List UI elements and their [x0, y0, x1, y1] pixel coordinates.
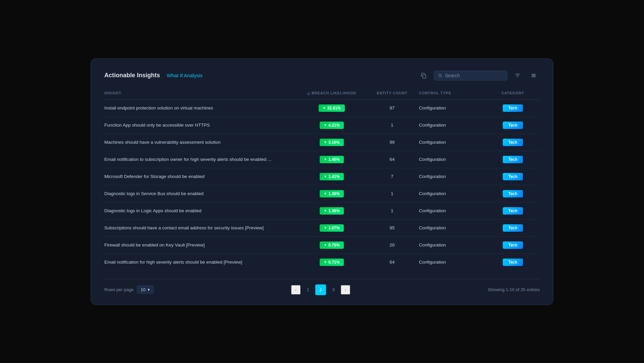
copy-button[interactable] [418, 70, 430, 82]
row-category: Tech [486, 156, 540, 163]
row-control: Configuration [419, 191, 486, 196]
category-badge: Tech [503, 241, 523, 249]
row-entity: 97 [365, 105, 419, 110]
row-entity: 1 [365, 123, 419, 128]
likelihood-badge: 1.41% [320, 173, 344, 180]
row-entity: 7 [365, 174, 419, 179]
likelihood-badge: 1.45% [320, 156, 344, 163]
table-row[interactable]: Diagnostic logs in Logic Apps should be … [104, 202, 540, 220]
header-left: Actionable Insights What If Analysis [104, 72, 203, 79]
next-page-button[interactable]: › [341, 285, 350, 294]
table-row[interactable]: Function App should only be accessible o… [104, 117, 540, 134]
table-row[interactable]: Diagnostic logs in Service Bus should be… [104, 185, 540, 202]
likelihood-badge: 0.71% [320, 259, 344, 266]
row-insight: Email notification to subscription owner… [104, 157, 298, 162]
search-box [434, 71, 507, 81]
search-input[interactable] [445, 73, 503, 78]
page-3-button[interactable]: 3 [328, 284, 339, 295]
row-entity: 64 [365, 260, 419, 265]
row-insight: Firewall should be enabled on Key Vault … [104, 242, 298, 247]
showing-text: Showing 1-10 of 25 entries [488, 287, 540, 292]
rows-select-value: 10 [141, 287, 145, 292]
table-row[interactable]: Install endpoint protection solution on … [104, 100, 540, 117]
row-likelihood: 0.71% [298, 259, 365, 266]
search-icon [438, 73, 442, 78]
row-insight: Microsoft Defender for Storage should be… [104, 174, 298, 179]
row-category: Tech [486, 207, 540, 215]
row-insight: Function App should only be accessible o… [104, 123, 298, 128]
table-row[interactable]: Machines should have a vulnerability ass… [104, 134, 540, 151]
page-2-button[interactable]: 2 [315, 284, 326, 295]
row-likelihood: 3.16% [298, 139, 365, 146]
row-category: Tech [486, 173, 540, 180]
svg-point-3 [534, 75, 535, 76]
row-insight: Email notification for high severity ale… [104, 260, 298, 265]
svg-point-4 [532, 76, 533, 77]
rows-per-page: Rows per page 10 ▾ [104, 285, 154, 294]
row-category: Tech [486, 122, 540, 129]
svg-point-2 [532, 74, 533, 75]
category-badge: Tech [503, 190, 523, 197]
row-category: Tech [486, 104, 540, 112]
row-likelihood: 0.75% [298, 241, 365, 249]
row-likelihood: 4.21% [298, 122, 365, 129]
row-control: Configuration [419, 140, 486, 145]
row-control: Configuration [419, 157, 486, 162]
pagination: ‹ 1 2 3 › [291, 284, 350, 295]
settings-icon [531, 73, 537, 79]
likelihood-badge: 3.16% [320, 139, 344, 146]
row-insight: Install endpoint protection solution on … [104, 105, 298, 110]
row-control: Configuration [419, 123, 486, 128]
likelihood-badge: 4.21% [320, 122, 344, 129]
row-entity: 99 [365, 140, 419, 145]
row-likelihood: 32.81% [298, 104, 365, 112]
col-category: CATEGORY [486, 91, 540, 95]
header-right [418, 70, 540, 82]
page-1-button[interactable]: 1 [303, 284, 313, 295]
row-control: Configuration [419, 225, 486, 230]
row-entity: 20 [365, 242, 419, 247]
likelihood-badge: 0.75% [320, 241, 344, 249]
table: INSIGHT △ BREACH LIKELIHOOD ENTITY COUNT… [104, 91, 540, 271]
likelihood-badge: 1.36% [320, 207, 344, 215]
row-entity: 1 [365, 191, 419, 196]
footer: Rows per page 10 ▾ ‹ 1 2 3 › Showing 1-1… [104, 279, 540, 295]
table-row[interactable]: Email notification to subscription owner… [104, 151, 540, 168]
row-category: Tech [486, 241, 540, 249]
table-row[interactable]: Microsoft Defender for Storage should be… [104, 168, 540, 185]
col-insight: INSIGHT [104, 91, 298, 95]
rows-per-page-label: Rows per page [104, 287, 133, 292]
row-insight: Diagnostic logs in Logic Apps should be … [104, 208, 298, 213]
category-badge: Tech [503, 156, 523, 163]
category-badge: Tech [503, 173, 523, 180]
category-badge: Tech [503, 122, 523, 129]
filter-button[interactable] [512, 70, 524, 82]
page-title: Actionable Insights [104, 72, 160, 79]
row-category: Tech [486, 259, 540, 266]
row-likelihood: 1.36% [298, 190, 365, 197]
what-if-link[interactable]: What If Analysis [167, 73, 203, 78]
table-row[interactable]: Subscriptions should have a contact emai… [104, 220, 540, 237]
rows-select[interactable]: 10 ▾ [137, 285, 153, 294]
category-badge: Tech [503, 104, 523, 112]
col-likelihood: △ BREACH LIKELIHOOD [298, 91, 365, 95]
row-entity: 95 [365, 225, 419, 230]
category-badge: Tech [503, 224, 523, 232]
row-entity: 1 [365, 208, 419, 213]
category-badge: Tech [503, 259, 523, 266]
row-likelihood: 1.41% [298, 173, 365, 180]
row-category: Tech [486, 190, 540, 197]
row-category: Tech [486, 224, 540, 232]
svg-rect-0 [423, 75, 426, 78]
category-badge: Tech [503, 139, 523, 146]
header: Actionable Insights What If Analysis [104, 70, 540, 82]
table-row[interactable]: Email notification for high severity ale… [104, 254, 540, 271]
row-category: Tech [486, 139, 540, 146]
prev-page-button[interactable]: ‹ [291, 285, 301, 294]
table-row[interactable]: Firewall should be enabled on Key Vault … [104, 237, 540, 254]
likelihood-badge: 32.81% [319, 104, 345, 112]
row-insight: Machines should have a vulnerability ass… [104, 140, 298, 145]
settings-button[interactable] [528, 70, 540, 82]
chevron-down-icon: ▾ [148, 287, 150, 292]
row-likelihood: 1.45% [298, 156, 365, 163]
